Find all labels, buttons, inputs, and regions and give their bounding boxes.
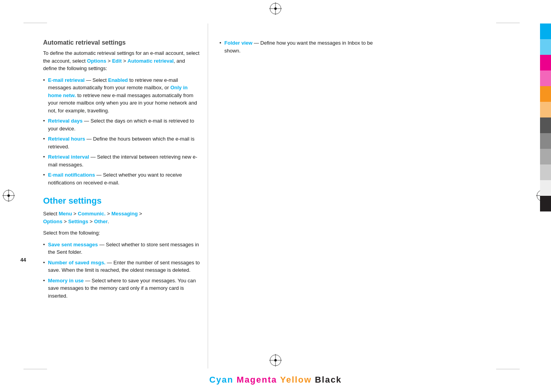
- page-number: 44: [20, 257, 26, 263]
- left-column: Automatic retrieval settings To define t…: [43, 39, 200, 305]
- reg-mark-top-center: [268, 2, 283, 17]
- other-settings-heading: Other settings: [43, 196, 200, 206]
- reg-mark-left-middle: [2, 188, 16, 204]
- nav-other: Other: [94, 219, 108, 224]
- color-bar-gray-2: [540, 133, 551, 149]
- link-edit: Edit: [112, 58, 122, 64]
- nav-options: Options: [43, 219, 62, 224]
- color-bar-magenta-2: [540, 70, 551, 86]
- bullet-save-sent: Save sent messages — Select whether to s…: [43, 241, 200, 256]
- trim-line-top-right: [496, 23, 520, 23]
- trim-line-bottom-left: [24, 369, 47, 369]
- label-email-notifications: E-mail notifications: [48, 172, 95, 178]
- select-from: Select from the following:: [43, 229, 200, 237]
- auto-retrieval-bullets: E-mail retrieval — Select Enabled to ret…: [43, 76, 200, 187]
- bullet-retrieval-hours: Retrieval hours — Define the hours betwe…: [43, 135, 200, 150]
- bullet-retrieval-days: Retrieval days — Select the days on whic…: [43, 117, 200, 132]
- color-bar-black: [540, 196, 551, 211]
- bullet-memory-in-use: Memory in use — Select where to save you…: [43, 277, 200, 300]
- label-only-home: Only in home netw.: [48, 85, 188, 98]
- label-cyan: Cyan: [209, 375, 234, 385]
- label-retrieval-interval: Retrieval interval: [48, 154, 89, 160]
- label-folder-view: Folder view: [225, 40, 253, 46]
- color-bar-gray-3: [540, 149, 551, 164]
- color-bar-gray-1: [540, 117, 551, 133]
- nav-messaging: Messaging: [111, 211, 138, 217]
- label-yellow: Yellow: [280, 375, 312, 385]
- right-column-bullets: Folder view — Define how you want the me…: [219, 39, 376, 54]
- label-memory-in-use: Memory in use: [48, 278, 84, 284]
- color-bar-yellow-2: [540, 102, 551, 117]
- label-retrieval-hours: Retrieval hours: [48, 136, 85, 142]
- nav-menu: Menu: [59, 211, 72, 217]
- bullet-number-saved: Number of saved msgs. — Enter the number…: [43, 259, 200, 274]
- color-bar-yellow-1: [540, 86, 551, 102]
- label-email-retrieval: E-mail retrieval: [48, 77, 85, 83]
- section-auto-retrieval: Automatic retrieval settings To define t…: [43, 39, 200, 186]
- trim-line-top-left: [24, 23, 47, 23]
- section-other-settings: Other settings Select Menu > Communic. >…: [43, 196, 200, 300]
- bullet-email-notifications: E-mail notifications — Select whether yo…: [43, 171, 200, 186]
- color-bar-cyan-1: [540, 23, 551, 39]
- color-bar-gray-4: [540, 164, 551, 180]
- label-save-sent: Save sent messages: [48, 242, 98, 247]
- bullet-folder-view: Folder view — Define how you want the me…: [219, 39, 376, 54]
- label-black: Black: [315, 375, 342, 385]
- bullet-email-retrieval: E-mail retrieval — Select Enabled to ret…: [43, 76, 200, 115]
- column-divider: [208, 23, 208, 369]
- auto-retrieval-heading: Automatic retrieval settings: [43, 39, 200, 46]
- other-settings-bullets: Save sent messages — Select whether to s…: [43, 241, 200, 300]
- color-bar-gray-5: [540, 180, 551, 196]
- nav-communic: Communic.: [78, 211, 106, 217]
- label-retrieval-days: Retrieval days: [48, 118, 83, 124]
- right-column: Folder view — Define how you want the me…: [219, 39, 376, 60]
- link-options-1: Options: [87, 58, 106, 64]
- color-bar-cyan-2: [540, 39, 551, 55]
- reg-mark-bottom-center: [268, 353, 283, 369]
- auto-retrieval-intro: To define the automatic retrieval settin…: [43, 49, 200, 72]
- label-number-saved: Number of saved msgs.: [48, 260, 106, 266]
- link-auto-retrieval: Automatic retrieval: [127, 58, 174, 64]
- label-magenta: Magenta: [237, 375, 277, 385]
- color-bar-magenta-1: [540, 55, 551, 70]
- trim-line-bottom-right: [496, 369, 520, 369]
- other-settings-nav: Select Menu > Communic. > Messaging > Op…: [43, 210, 200, 225]
- bullet-retrieval-interval: Retrieval interval — Select the interval…: [43, 153, 200, 168]
- nav-settings: Settings: [68, 219, 88, 224]
- color-bars: [540, 23, 551, 211]
- label-enabled: Enabled: [108, 77, 128, 83]
- bottom-color-labels: Cyan Magenta Yellow Black: [0, 375, 551, 385]
